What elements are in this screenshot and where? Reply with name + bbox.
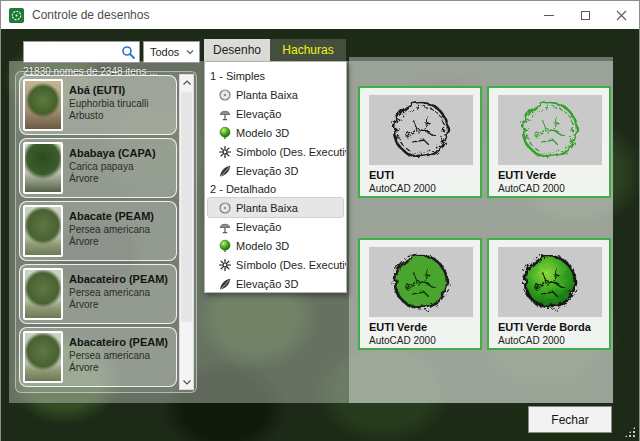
tab-desenho-label: Desenho (213, 43, 261, 57)
plant-type: Árvore (69, 362, 168, 373)
tree-item-label: Elevação 3D (236, 278, 298, 290)
drawing-card[interactable]: EUTI Verde AutoCAD 2000 (358, 238, 482, 350)
drawing-card-title: EUTI (369, 169, 471, 181)
tree-item[interactable]: Elevação 3D (208, 161, 343, 180)
chevron-up-icon (182, 79, 192, 87)
tree-group-label[interactable]: 1 - Simples (208, 67, 343, 85)
chevron-down-icon (183, 45, 197, 59)
plant-list-item[interactable]: Ababaya (CAPA) Carica papaya Árvore (19, 138, 177, 198)
plant-texts: Abacateiro (PEAM) Persea americana Árvor… (69, 331, 168, 383)
drawing-preview (498, 247, 602, 317)
tree-item[interactable]: Elevação (208, 217, 343, 236)
plan-view-icon (218, 201, 232, 215)
drawing-card[interactable]: EUTI Verde AutoCAD 2000 (487, 86, 611, 198)
drawing-card[interactable]: EUTI AutoCAD 2000 (358, 86, 482, 198)
resize-grip[interactable] (624, 426, 636, 438)
plant-list-item[interactable]: Abacate (PEAM) Persea americana Árvore (19, 201, 177, 261)
dialog-content: Todos 21830 nomes de 2348 itens ... Abá … (1, 29, 639, 441)
tree-item-label: Símbolo (Des. Executivo) (236, 146, 347, 158)
symbol-burst-icon (218, 258, 232, 272)
plant-list-item[interactable]: Abacateiro (PEAM) Persea americana Árvor… (19, 327, 177, 387)
plant-thumbnail (23, 268, 63, 320)
green-sphere-icon (218, 126, 232, 140)
drawing-card-format: AutoCAD 2000 (369, 335, 471, 346)
tree-item-label: Planta Baixa (236, 89, 298, 101)
filter-dropdown-value: Todos (150, 46, 183, 58)
fechar-button[interactable]: Fechar (528, 406, 612, 433)
minimize-button[interactable] (531, 1, 567, 29)
drawing-card-title: EUTI Verde Borda (498, 321, 600, 333)
tree-group-label[interactable]: 2 - Detalhado (208, 180, 343, 198)
plant-type: Árvore (69, 173, 156, 184)
plant-items: Abá (EUTI) Euphorbia tirucalli Arbusto A… (19, 75, 177, 390)
plan-view-icon (218, 88, 232, 102)
tree-item-label: Modelo 3D (236, 240, 289, 252)
plant-species: Persea americana (69, 224, 154, 235)
plant-species: Euphorbia tirucalli (69, 98, 149, 109)
tree-item[interactable]: Modelo 3D (208, 123, 343, 142)
drawing-preview (369, 247, 473, 317)
plant-list: Abá (EUTI) Euphorbia tirucalli Arbusto A… (15, 71, 197, 393)
close-button-titlebar[interactable] (603, 1, 639, 29)
tab-hachuras-label: Hachuras (282, 43, 333, 57)
leaf-3d-icon (218, 164, 232, 178)
plant-name: Abacate (PEAM) (69, 210, 154, 222)
plant-species: Persea americana (69, 350, 168, 361)
scroll-up-button[interactable] (180, 75, 193, 90)
plant-thumbnail (23, 142, 63, 194)
tree-elevation-icon (218, 220, 232, 234)
plant-list-item[interactable]: Abacateiro (PEAM) Persea americana Árvor… (19, 264, 177, 324)
plant-name: Abacateiro (PEAM) (69, 336, 168, 348)
drawing-card-format: AutoCAD 2000 (498, 335, 600, 346)
plant-list-item[interactable]: Abá (EUTI) Euphorbia tirucalli Arbusto (19, 75, 177, 135)
plant-type: Árvore (69, 299, 168, 310)
minimize-icon (544, 15, 554, 16)
leaf-3d-icon (218, 277, 232, 291)
plant-name: Abacateiro (PEAM) (69, 273, 168, 285)
plant-list-scrollbar[interactable] (179, 74, 194, 390)
plant-texts: Abacateiro (PEAM) Persea americana Árvor… (69, 268, 168, 320)
tab-hachuras[interactable]: Hachuras (270, 39, 346, 61)
filter-dropdown[interactable]: Todos (143, 41, 200, 63)
maximize-button[interactable] (567, 1, 603, 29)
plant-texts: Abacate (PEAM) Persea americana Árvore (69, 205, 154, 257)
search-input[interactable] (26, 42, 121, 62)
drawing-card-format: AutoCAD 2000 (498, 183, 600, 194)
tree-item-label: Modelo 3D (236, 127, 289, 139)
tree-item[interactable]: Modelo 3D (208, 236, 343, 255)
plant-thumbnail (23, 79, 63, 131)
tree-elevation-icon (218, 107, 232, 121)
window-title: Controle de desenhos (32, 8, 149, 22)
tree-item-label: Símbolo (Des. Executivo) (236, 259, 347, 271)
tree-item-label: Elevação (236, 108, 281, 120)
tree-item[interactable]: Símbolo (Des. Executivo) (208, 255, 343, 274)
tree-item-label: Elevação (236, 221, 281, 233)
tree-item[interactable]: Elevação 3D (208, 274, 343, 293)
plant-species: Carica papaya (69, 161, 156, 172)
tab-desenho[interactable]: Desenho (204, 39, 270, 61)
plant-name: Abá (EUTI) (69, 84, 149, 96)
window-controls (531, 1, 639, 29)
symbol-burst-icon (218, 145, 232, 159)
plant-thumbnail (23, 331, 63, 383)
title-bar: Controle de desenhos (1, 1, 639, 29)
scroll-down-button[interactable] (180, 374, 193, 389)
plant-texts: Ababaya (CAPA) Carica papaya Árvore (69, 142, 156, 194)
tree-item[interactable]: Símbolo (Des. Executivo) (208, 142, 343, 161)
tree-item[interactable]: Planta Baixa (208, 198, 343, 217)
drawing-card-format: AutoCAD 2000 (369, 183, 471, 194)
tree-item[interactable]: Elevação (208, 104, 343, 123)
plant-name: Ababaya (CAPA) (69, 147, 156, 159)
tree-item-label: Planta Baixa (236, 202, 298, 214)
scrollbar-thumb[interactable] (181, 92, 192, 322)
drawing-preview (498, 95, 602, 165)
tree-item[interactable]: Planta Baixa (208, 85, 343, 104)
drawing-preview (369, 95, 473, 165)
search-icon[interactable] (121, 45, 136, 60)
plant-thumbnail (23, 205, 63, 257)
drawing-card[interactable]: EUTI Verde Borda AutoCAD 2000 (487, 238, 611, 350)
drawing-card-title: EUTI Verde (498, 169, 600, 181)
plant-type: Árvore (69, 236, 154, 247)
close-icon (616, 10, 627, 21)
plant-type: Arbusto (69, 110, 149, 121)
